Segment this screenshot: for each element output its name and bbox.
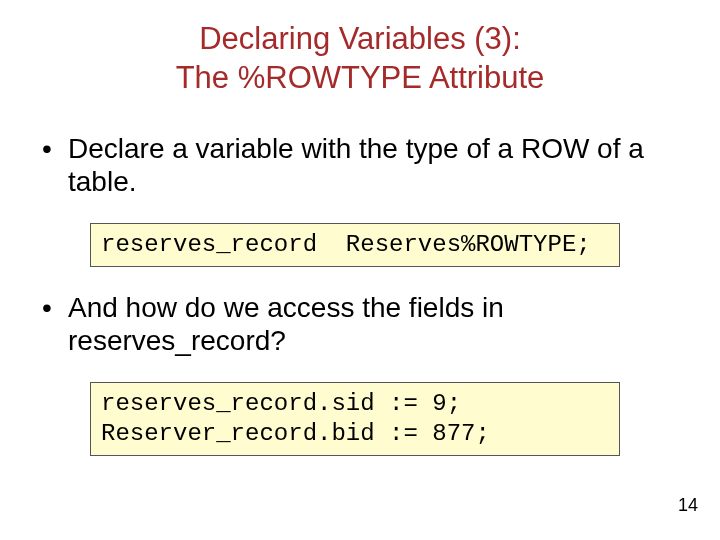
code-box-1: reserves_record Reserves%ROWTYPE; [90, 223, 620, 267]
slide: Declaring Variables (3): The %ROWTYPE At… [0, 0, 720, 540]
bullet-1-text: Declare a variable with the type of a RO… [68, 133, 644, 198]
page-number: 14 [678, 495, 698, 516]
code-box-2: reserves_record.sid := 9; Reserver_recor… [90, 382, 620, 456]
title-line-2: The %ROWTYPE Attribute [176, 60, 545, 95]
bullet-2-text: And how do we access the fields in reser… [68, 292, 504, 357]
bullet-2: And how do we access the fields in reser… [40, 291, 680, 358]
slide-title: Declaring Variables (3): The %ROWTYPE At… [0, 0, 720, 98]
title-line-1: Declaring Variables (3): [199, 21, 521, 56]
bullet-1: Declare a variable with the type of a RO… [40, 132, 680, 199]
slide-body: Declare a variable with the type of a RO… [0, 98, 720, 480]
